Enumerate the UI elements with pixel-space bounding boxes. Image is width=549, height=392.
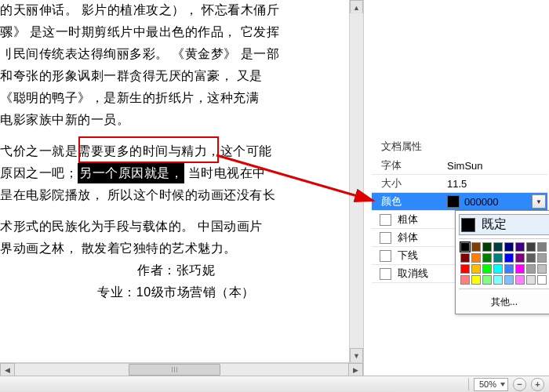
author-line[interactable]: 作者：张巧妮 bbox=[0, 260, 352, 281]
color-hex: 000000 bbox=[464, 196, 498, 208]
color-swatch[interactable] bbox=[471, 264, 481, 274]
color-swatch[interactable] bbox=[504, 275, 514, 285]
properties-panel: 文档属性 字体 SimSun 大小 11.5 颜色 000000 ▼ 粗体 bbox=[364, 0, 549, 376]
checkbox[interactable] bbox=[380, 214, 391, 226]
color-swatch[interactable] bbox=[515, 253, 525, 263]
text-span[interactable]: 当时电视在中 bbox=[188, 166, 266, 180]
color-swatch[interactable] bbox=[537, 275, 547, 285]
scroll-thumb[interactable] bbox=[129, 364, 220, 376]
color-swatch[interactable] bbox=[460, 242, 470, 252]
scroll-down-button[interactable]: ▼ bbox=[350, 348, 363, 363]
scroll-track[interactable] bbox=[350, 13, 363, 350]
major-label: 专业： bbox=[97, 285, 136, 299]
color-swatch[interactable] bbox=[504, 242, 514, 252]
text-line[interactable]: 刂民间传统表达得绚丽多彩。 《黄金梦》 是一部 bbox=[0, 44, 352, 64]
checkbox[interactable] bbox=[380, 268, 391, 280]
prop-value[interactable]: 11.5 bbox=[447, 178, 547, 190]
color-swatch-icon bbox=[447, 195, 460, 208]
text-line[interactable]: 《聪明的鸭子》，是新生的折纸片，这种充满 bbox=[0, 88, 352, 108]
text-span[interactable]: 原因之一吧； bbox=[0, 166, 78, 180]
text-line[interactable]: 弋价之一就是需要更多的时间与精力，这个可能 bbox=[0, 141, 352, 162]
color-swatch[interactable] bbox=[515, 275, 525, 285]
checkbox[interactable] bbox=[380, 250, 391, 262]
color-swatch[interactable] bbox=[515, 242, 525, 252]
scroll-right-button[interactable]: ▶ bbox=[348, 363, 363, 376]
text-line[interactable]: 骡》 是这一时期剪纸片中最出色的作品， 它发挥 bbox=[0, 22, 352, 42]
color-swatch[interactable] bbox=[493, 242, 503, 252]
color-other-option[interactable]: 其他... bbox=[459, 292, 549, 310]
color-swatch[interactable] bbox=[515, 264, 525, 274]
document-content[interactable]: 的天丽伸话。 影片的植准攻之）， 怀忘看木俑斤 骡》 是这一时期剪纸片中最出色的… bbox=[0, 0, 363, 306]
color-swatch[interactable] bbox=[471, 253, 481, 263]
color-swatch[interactable] bbox=[526, 264, 536, 274]
prop-label: 下线 bbox=[398, 249, 418, 263]
text-line[interactable]: 和夸张的形象讽刺一群贪得无厌的富豪， 又是 bbox=[0, 66, 352, 86]
zoom-select[interactable]: 50% bbox=[474, 378, 508, 391]
zoom-out-button[interactable]: − bbox=[513, 378, 526, 391]
color-swatch[interactable] bbox=[493, 253, 503, 263]
color-swatch[interactable] bbox=[504, 253, 514, 263]
color-picker-popup: 既定 其他... bbox=[455, 210, 549, 314]
color-swatch[interactable] bbox=[471, 242, 481, 252]
color-grid bbox=[459, 242, 549, 286]
prop-row-size[interactable]: 大小 11.5 bbox=[372, 175, 547, 193]
prop-label: 斜体 bbox=[398, 230, 418, 245]
author-label: 作者： bbox=[137, 263, 176, 277]
separator bbox=[468, 378, 469, 390]
color-swatch[interactable] bbox=[482, 253, 492, 263]
color-swatch[interactable] bbox=[460, 264, 470, 274]
prop-label: 字体 bbox=[372, 158, 447, 172]
dropdown-button[interactable]: ▼ bbox=[532, 194, 546, 209]
text-line[interactable]: 原因之一吧；另一个原因就是， 当时电视在中 bbox=[0, 163, 352, 183]
color-swatch[interactable] bbox=[526, 253, 536, 263]
vertical-scrollbar[interactable]: ▲ ▼ bbox=[349, 0, 363, 363]
major-line[interactable]: 专业：10级市场营销（本） bbox=[0, 282, 352, 303]
color-swatch[interactable] bbox=[482, 275, 492, 285]
separator bbox=[459, 289, 549, 289]
text-line[interactable]: 界动画之林， 散发着它独特的艺术魅力。 bbox=[0, 238, 352, 259]
color-swatch[interactable] bbox=[482, 264, 492, 274]
color-swatch[interactable] bbox=[471, 275, 481, 285]
color-swatch[interactable] bbox=[537, 253, 547, 263]
zoom-in-button[interactable]: + bbox=[531, 378, 544, 391]
color-swatch[interactable] bbox=[526, 275, 536, 285]
color-swatch[interactable] bbox=[460, 275, 470, 285]
prop-label: 大小 bbox=[372, 176, 447, 191]
major-value: 10级市场营销（本） bbox=[136, 285, 255, 299]
separator bbox=[459, 238, 549, 239]
text-line[interactable]: 昰在电影院播放， 所以这个时候的动画还没有长 bbox=[0, 185, 352, 205]
prop-row-color[interactable]: 颜色 000000 ▼ bbox=[372, 193, 547, 211]
scroll-left-button[interactable]: ◀ bbox=[0, 363, 15, 376]
prop-label: 颜色 bbox=[372, 194, 447, 209]
color-swatch[interactable] bbox=[504, 264, 514, 274]
color-swatch[interactable] bbox=[526, 242, 536, 252]
prop-label: 粗体 bbox=[398, 212, 418, 227]
scroll-track[interactable] bbox=[15, 363, 348, 376]
prop-value[interactable]: SimSun bbox=[447, 160, 547, 172]
color-swatch-icon bbox=[461, 218, 475, 232]
document-pane: 的天丽伸话。 影片的植准攻之）， 怀忘看木俑斤 骡》 是这一时期剪纸片中最出色的… bbox=[0, 0, 364, 376]
color-swatch[interactable] bbox=[537, 264, 547, 274]
color-swatch[interactable] bbox=[493, 264, 503, 274]
panel-title: 文档属性 bbox=[381, 140, 422, 154]
selected-text[interactable]: 另一个原因就是， bbox=[78, 163, 184, 183]
prop-row-font[interactable]: 字体 SimSun bbox=[372, 157, 547, 175]
color-swatch[interactable] bbox=[537, 242, 547, 252]
prop-label: 取消线 bbox=[398, 267, 428, 281]
text-line[interactable]: 电影家族中新的一员。 bbox=[0, 110, 352, 130]
prop-value-color[interactable]: 000000 ▼ bbox=[447, 194, 547, 209]
horizontal-scrollbar[interactable]: ◀ ▶ bbox=[0, 362, 363, 376]
color-swatch[interactable] bbox=[493, 275, 503, 285]
text-line[interactable]: 的天丽伸话。 影片的植准攻之）， 怀忘看木俑斤 bbox=[0, 0, 352, 20]
checkbox[interactable] bbox=[380, 232, 391, 244]
color-swatch[interactable] bbox=[482, 242, 492, 252]
color-swatch[interactable] bbox=[460, 253, 470, 263]
status-bar: 50% − + bbox=[0, 376, 549, 392]
color-default-option[interactable]: 既定 bbox=[459, 214, 549, 235]
color-default-label: 既定 bbox=[482, 216, 507, 233]
text-line[interactable]: 术形式的民族化为手段与载体的。 中国动画片 bbox=[0, 216, 352, 237]
author-name: 张巧妮 bbox=[176, 263, 216, 277]
